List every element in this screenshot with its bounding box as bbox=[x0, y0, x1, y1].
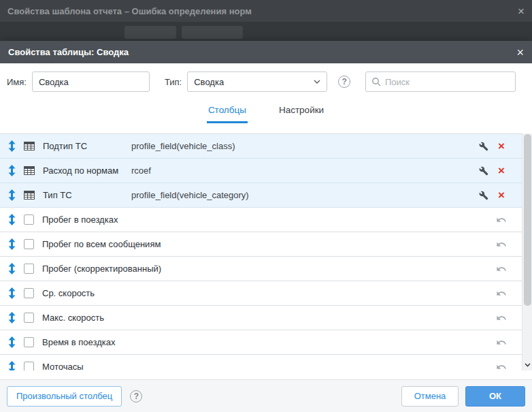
column-checkbox[interactable] bbox=[24, 239, 34, 249]
delete-icon[interactable]: × bbox=[495, 165, 508, 176]
column-row[interactable]: Пробег (скорректированный) bbox=[0, 257, 532, 281]
footer-help-icon[interactable]: ? bbox=[130, 390, 142, 402]
column-checkbox[interactable] bbox=[24, 313, 34, 323]
background-dialog-titlebar: Свойства шаблона отчета – Ошибка определ… bbox=[0, 0, 532, 22]
column-value: profile_field(vehicle_class) bbox=[131, 141, 235, 151]
search-icon bbox=[371, 77, 381, 86]
help-icon[interactable]: ? bbox=[338, 76, 350, 88]
custom-column-button[interactable]: Произвольный столбец bbox=[7, 386, 122, 407]
column-row[interactable]: Ср. скорость bbox=[0, 281, 532, 306]
delete-icon[interactable]: × bbox=[495, 140, 508, 152]
drag-handle-icon[interactable] bbox=[8, 312, 16, 323]
undo-icon[interactable] bbox=[495, 362, 508, 371]
column-label: Пробег в поездках bbox=[42, 215, 131, 225]
table-column-icon[interactable] bbox=[24, 142, 35, 150]
column-row[interactable]: Пробег по всем сообщениям bbox=[0, 232, 532, 257]
drag-handle-icon[interactable] bbox=[8, 336, 16, 348]
cancel-button[interactable]: Отмена bbox=[401, 386, 459, 407]
chevron-down-icon bbox=[314, 80, 320, 84]
drag-handle-icon[interactable] bbox=[8, 361, 16, 370]
drag-handle-icon[interactable] bbox=[8, 238, 16, 250]
dialog-footer: Произвольный столбец ? Отмена ОК bbox=[0, 379, 532, 412]
drag-handle-icon[interactable] bbox=[8, 287, 16, 299]
table-column-icon[interactable] bbox=[24, 166, 35, 175]
tab-settings[interactable]: Настройки bbox=[278, 99, 325, 123]
undo-icon[interactable] bbox=[495, 337, 508, 348]
type-select[interactable]: Сводка bbox=[187, 72, 327, 92]
column-row[interactable]: Время в поездках bbox=[0, 330, 532, 355]
column-row[interactable]: Моточасы bbox=[0, 355, 532, 370]
scroll-down-icon[interactable] bbox=[522, 360, 532, 370]
column-label: Макс. скорость bbox=[42, 313, 131, 323]
column-label: Ср. скорость bbox=[42, 288, 131, 298]
search-input[interactable] bbox=[385, 77, 510, 87]
delete-icon[interactable]: × bbox=[495, 189, 508, 201]
undo-icon[interactable] bbox=[495, 215, 508, 225]
tab-columns[interactable]: Столбцы bbox=[207, 99, 248, 123]
type-select-value: Сводка bbox=[194, 77, 314, 87]
undo-icon[interactable] bbox=[495, 288, 508, 299]
ok-button[interactable]: ОК bbox=[465, 386, 525, 407]
drag-handle-icon[interactable] bbox=[8, 140, 16, 152]
table-properties-dialog: Свойства таблицы: Сводка × Имя: Тип: Сво… bbox=[0, 41, 532, 412]
background-close-icon[interactable]: × bbox=[518, 5, 525, 17]
close-icon[interactable]: × bbox=[516, 46, 524, 59]
columns-list: Подтип ТСprofile_field(vehicle_class)×Ра… bbox=[0, 133, 532, 370]
type-label: Тип: bbox=[165, 77, 182, 87]
configure-wrench-icon[interactable] bbox=[479, 191, 488, 200]
column-checkbox[interactable] bbox=[24, 264, 34, 274]
table-column-icon[interactable] bbox=[24, 191, 35, 200]
column-checkbox[interactable] bbox=[24, 215, 34, 225]
background-dimmed-tab bbox=[182, 26, 243, 39]
configure-wrench-icon[interactable] bbox=[479, 166, 488, 176]
undo-icon[interactable] bbox=[495, 239, 508, 250]
column-checkbox[interactable] bbox=[24, 337, 34, 347]
column-label: Тип ТС bbox=[43, 190, 131, 200]
column-row[interactable]: Макс. скорость bbox=[0, 306, 532, 330]
tab-bar: Столбцы Настройки bbox=[0, 98, 532, 123]
dialog-toolbar: Имя: Тип: Сводка ? bbox=[0, 72, 532, 92]
drag-handle-icon[interactable] bbox=[8, 214, 16, 225]
column-label: Пробег (скорректированный) bbox=[42, 264, 161, 274]
column-label: Расход по нормам bbox=[43, 165, 131, 176]
drag-handle-icon[interactable] bbox=[8, 165, 16, 176]
dialog-header: Свойства таблицы: Сводка × bbox=[0, 41, 532, 63]
column-checkbox[interactable] bbox=[24, 362, 34, 370]
column-row[interactable]: Тип ТСprofile_field(vehicle_category)× bbox=[0, 183, 532, 208]
drag-handle-icon[interactable] bbox=[8, 263, 16, 274]
undo-icon[interactable] bbox=[495, 264, 508, 274]
name-input[interactable] bbox=[32, 72, 150, 92]
configure-wrench-icon[interactable] bbox=[479, 142, 488, 151]
scrollbar[interactable] bbox=[522, 133, 532, 370]
column-label: Пробег по всем сообщениям bbox=[42, 239, 161, 249]
scrollbar-thumb[interactable] bbox=[524, 134, 531, 306]
background-dialog-title: Свойства шаблона отчета – Ошибка определ… bbox=[7, 6, 518, 16]
column-label: Время в поездках bbox=[42, 337, 131, 347]
background-dimmed-tab bbox=[124, 26, 176, 39]
column-label: Подтип ТС bbox=[43, 141, 131, 151]
column-row[interactable]: Пробег в поездках bbox=[0, 208, 532, 232]
column-value: rcoef bbox=[131, 165, 151, 176]
column-checkbox[interactable] bbox=[24, 288, 34, 298]
name-label: Имя: bbox=[7, 77, 27, 87]
column-row[interactable]: Расход по нормамrcoef× bbox=[0, 159, 532, 183]
column-value: profile_field(vehicle_category) bbox=[131, 190, 249, 200]
search-box[interactable] bbox=[365, 72, 516, 92]
column-label: Моточасы bbox=[42, 362, 131, 370]
drag-handle-icon[interactable] bbox=[8, 189, 16, 201]
dialog-title: Свойства таблицы: Сводка bbox=[8, 47, 516, 57]
column-row[interactable]: Подтип ТСprofile_field(vehicle_class)× bbox=[0, 134, 532, 159]
undo-icon[interactable] bbox=[495, 313, 508, 323]
